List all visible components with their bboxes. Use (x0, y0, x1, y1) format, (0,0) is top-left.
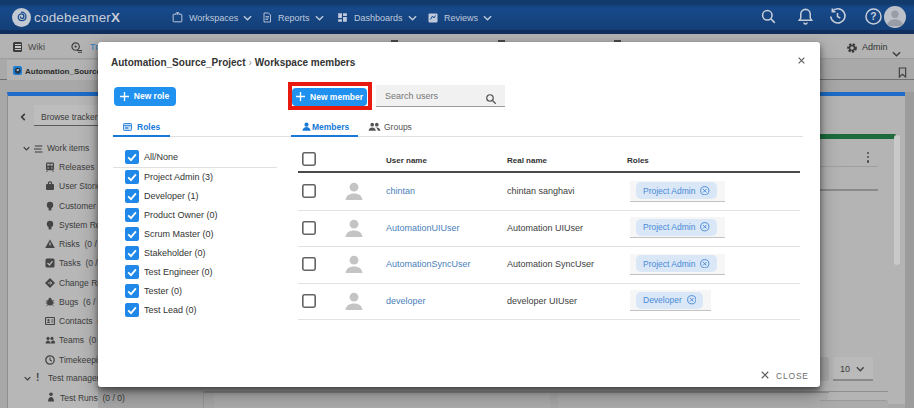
svg-text:?: ? (870, 11, 876, 22)
